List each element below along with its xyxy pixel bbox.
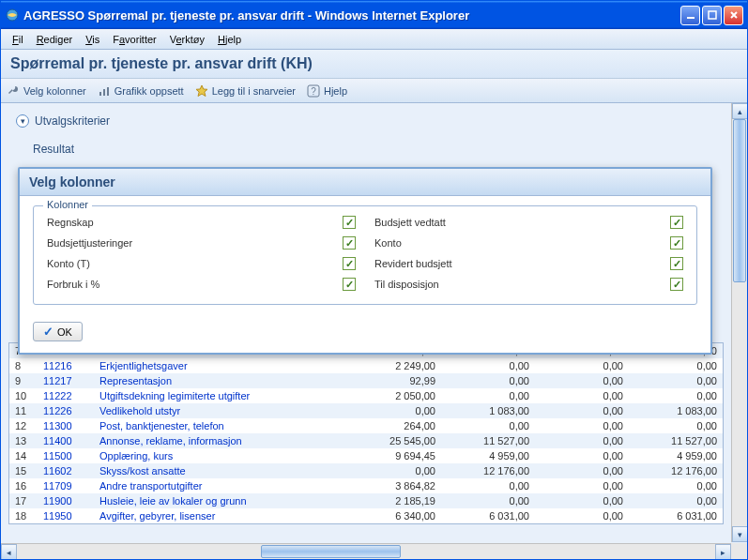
scroll-down-button[interactable]: ▾ <box>732 526 747 542</box>
menu-verktoy[interactable]: Verktøy <box>164 32 210 47</box>
scroll-left-button[interactable]: ◂ <box>1 544 17 559</box>
table-row[interactable]: 1211300Post, banktjenester, telefon264,0… <box>9 418 723 433</box>
row-code: 11226 <box>38 403 94 418</box>
row-v4: 0,00 <box>629 418 723 433</box>
dialog-title: Velg kolonner <box>20 169 710 196</box>
checkbox-regnskap[interactable]: ✓ <box>343 216 356 229</box>
check-icon: ✓ <box>43 325 53 339</box>
row-v3: 0,00 <box>535 388 629 403</box>
row-num: 14 <box>9 448 38 463</box>
result-tab[interactable]: Resultat <box>25 139 724 159</box>
row-v1: 92,99 <box>347 373 441 388</box>
row-num: 15 <box>9 463 38 478</box>
table-row[interactable]: 1311400Annonse, reklame, informasjon25 5… <box>9 433 723 448</box>
table-row[interactable]: 1811950Avgifter, gebyrer, lisenser6 340,… <box>9 508 723 523</box>
row-text: Andre transportutgifter <box>94 478 347 493</box>
table-row[interactable]: 1611709Andre transportutgifter3 864,820,… <box>9 478 723 493</box>
row-num: 8 <box>9 358 38 373</box>
row-text: Post, banktjenester, telefon <box>94 418 347 433</box>
row-v3: 0,00 <box>535 373 629 388</box>
criteria-label: Utvalgskriterier <box>35 114 110 128</box>
toolbar-snarveier[interactable]: Legg til i snarveier <box>195 84 296 98</box>
menu-hjelp[interactable]: Hjelp <box>212 32 247 47</box>
row-code: 11900 <box>38 493 94 508</box>
fieldset-legend: Kolonner <box>43 199 92 210</box>
row-v2: 0,00 <box>441 388 535 403</box>
row-v1: 6 340,00 <box>347 508 441 523</box>
row-num: 17 <box>9 493 38 508</box>
table-row[interactable]: 811216Erkjentlighetsgaver2 249,000,000,0… <box>9 358 723 373</box>
checkbox-revidert-budsjett[interactable]: ✓ <box>670 257 683 270</box>
row-num: 13 <box>9 433 38 448</box>
menu-rediger[interactable]: Rediger <box>31 32 79 47</box>
row-v3: 0,00 <box>535 358 629 373</box>
menubar: Fil Rediger Vis Favoritter Verktøy Hjelp <box>1 29 747 50</box>
row-v3: 0,00 <box>535 463 629 478</box>
vertical-scrollbar[interactable]: ▴ ▾ <box>731 103 747 542</box>
row-code: 11222 <box>38 388 94 403</box>
ok-button[interactable]: ✓ OK <box>33 322 83 341</box>
result-label: Resultat <box>33 143 74 156</box>
row-v3: 0,00 <box>535 508 629 523</box>
table-row[interactable]: 1111226Vedlikehold utstyr0,001 083,000,0… <box>9 403 723 418</box>
menu-favoritter[interactable]: Favoritter <box>107 32 161 47</box>
table-row[interactable]: 1511602Skyss/kost ansatte0,0012 176,000,… <box>9 463 723 478</box>
scroll-thumb-v[interactable] <box>733 119 746 282</box>
horizontal-scrollbar[interactable]: ◂ ▸ <box>1 543 731 559</box>
row-v3: 0,00 <box>535 403 629 418</box>
checkbox-konto[interactable]: ✓ <box>670 236 683 250</box>
row-v2: 0,00 <box>441 478 535 493</box>
result-table: 711200Annet forbruksmateriell / råvarer … <box>8 342 724 524</box>
table-row[interactable]: 1011222Utgiftsdekning legimiterte utgift… <box>9 388 723 403</box>
minimize-button[interactable] <box>680 6 700 25</box>
checkbox-konto-t[interactable]: ✓ <box>343 257 356 270</box>
toolbar-velg-kolonner[interactable]: Velg kolonner <box>7 84 86 98</box>
toolbar: Velg kolonner Grafikk oppsett Legg til i… <box>1 79 747 103</box>
row-num: 9 <box>9 373 38 388</box>
table-row[interactable]: 1411500Opplæring, kurs9 694,454 959,000,… <box>9 448 723 463</box>
col-option-label: Til disposisjon <box>374 279 651 290</box>
row-text: Avgifter, gebyrer, lisenser <box>94 508 347 523</box>
row-code: 11500 <box>38 448 94 463</box>
row-num: 16 <box>9 478 38 493</box>
row-v1: 0,00 <box>347 463 441 478</box>
toolbar-hjelp[interactable]: ? Hjelp <box>307 84 347 98</box>
toolbar-grafikk[interactable]: Grafikk oppsett <box>98 84 184 98</box>
close-button[interactable] <box>724 6 743 25</box>
row-v3: 0,00 <box>535 478 629 493</box>
row-code: 11950 <box>38 508 94 523</box>
scroll-right-button[interactable]: ▸ <box>715 544 731 559</box>
scroll-corner <box>731 543 747 559</box>
row-v1: 2 249,00 <box>347 358 441 373</box>
app-window: AGRESSO Spørremal pr. tjeneste pr. ansva… <box>0 0 748 560</box>
menu-vis[interactable]: Vis <box>80 32 105 47</box>
row-code: 11602 <box>38 463 94 478</box>
col-option-label: Forbruk i % <box>47 279 324 290</box>
row-v3: 0,00 <box>535 418 629 433</box>
scroll-up-button[interactable]: ▴ <box>732 103 747 119</box>
row-num: 10 <box>9 388 38 403</box>
wrench-icon <box>7 84 20 98</box>
content-area: ▾ Utvalgskriterier Resultat Velg kolonne… <box>1 103 747 559</box>
row-v1: 3 864,82 <box>347 478 441 493</box>
checkbox-forbruk[interactable]: ✓ <box>343 278 356 291</box>
criteria-section-header[interactable]: ▾ Utvalgskriterier <box>8 111 724 131</box>
row-code: 11709 <box>38 478 94 493</box>
chevron-down-icon: ▾ <box>16 114 29 128</box>
svg-rect-4 <box>103 89 105 96</box>
row-v4: 1 083,00 <box>629 403 723 418</box>
svg-text:?: ? <box>311 86 316 97</box>
menu-fil[interactable]: Fil <box>7 32 29 47</box>
table-row[interactable]: 1711900Husleie, leie av lokaler og grunn… <box>9 493 723 508</box>
toolbar-label: Hjelp <box>324 85 347 97</box>
row-v2: 0,00 <box>441 418 535 433</box>
row-num: 18 <box>9 508 38 523</box>
row-v2: 0,00 <box>441 493 535 508</box>
checkbox-til-disposisjon[interactable]: ✓ <box>670 278 683 291</box>
scroll-thumb-h[interactable] <box>261 545 401 558</box>
maximize-button[interactable] <box>702 6 722 25</box>
row-v2: 6 031,00 <box>441 508 535 523</box>
table-row[interactable]: 911217Representasjon92,990,000,000,00 <box>9 373 723 388</box>
checkbox-budsjettjusteringer[interactable]: ✓ <box>343 236 356 250</box>
checkbox-budsjett-vedtatt[interactable]: ✓ <box>670 216 683 229</box>
